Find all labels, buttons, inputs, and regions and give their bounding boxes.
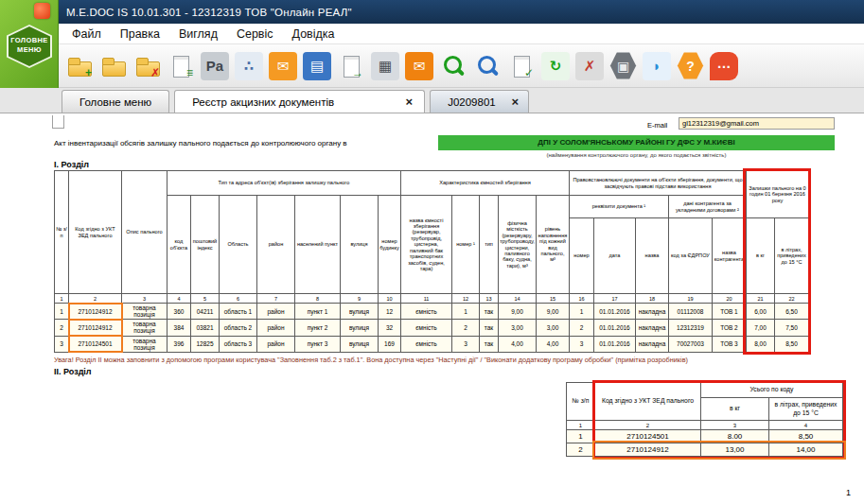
table1-cell[interactable]: 04211 <box>191 304 220 320</box>
table2-cell[interactable]: 2710124501 <box>595 430 701 443</box>
table1-cell[interactable]: 2710124912 <box>69 320 122 336</box>
table1-cell[interactable]: 1 <box>55 304 69 320</box>
table1-cell[interactable]: 7,00 <box>746 320 774 336</box>
zoom-icon[interactable] <box>473 52 502 80</box>
menu-item-file[interactable]: Файл <box>62 26 111 43</box>
table1-cell[interactable]: так <box>480 336 499 352</box>
table1-cell[interactable]: 3,00 <box>499 320 537 336</box>
tab-excise-registry[interactable]: Реєстр акцизних документів× <box>174 90 425 113</box>
table1-cell[interactable]: пункт 2 <box>295 320 341 336</box>
table1-cell[interactable]: 12825 <box>191 336 220 352</box>
table1-cell[interactable]: ТОВ 3 <box>712 336 746 352</box>
table1-cell[interactable]: 3 <box>452 336 480 352</box>
table1-cell[interactable]: 01.01.2016 <box>593 320 635 336</box>
table1-cell[interactable]: 8,50 <box>774 336 808 352</box>
table1-cell[interactable]: 6,00 <box>746 304 774 320</box>
table1-cell[interactable]: 3 <box>569 336 593 352</box>
table1-cell[interactable]: так <box>480 304 499 320</box>
close-tab-excise-registry-icon[interactable]: × <box>406 96 414 108</box>
table1-cell[interactable]: 03821 <box>191 320 220 336</box>
help-icon[interactable]: ? <box>677 52 704 80</box>
table1-cell[interactable]: 1 <box>452 304 480 320</box>
table1-cell[interactable]: район <box>257 304 295 320</box>
verify-document-icon[interactable]: ✓ <box>507 52 536 80</box>
table1-cell[interactable]: ТОВ 2 <box>712 320 746 336</box>
delete-report-icon[interactable]: ✗ <box>132 52 161 80</box>
receive-mail-icon[interactable]: ✉ <box>405 52 433 80</box>
table1-cell[interactable]: 396 <box>168 336 191 352</box>
table1-cell[interactable]: 9,00 <box>499 304 537 320</box>
table1-cell[interactable]: 7,50 <box>774 320 808 336</box>
table1-cell[interactable]: ємність <box>401 304 452 320</box>
structure-icon[interactable]: ∴ <box>235 52 263 80</box>
refresh-icon[interactable]: ↻ <box>541 52 570 80</box>
email-field[interactable]: gl12312319@gmail.com <box>679 117 835 130</box>
search-registry-icon[interactable] <box>439 52 467 80</box>
export-document-icon[interactable]: → <box>337 52 365 80</box>
table1-cell[interactable]: 01.01.2016 <box>593 304 635 320</box>
table1-cell[interactable]: 12312319 <box>668 320 712 336</box>
table2-cell[interactable]: 14,00 <box>769 443 843 457</box>
open-report-icon[interactable] <box>98 52 127 80</box>
menu-item-service[interactable]: Сервіс <box>227 26 283 43</box>
table1-cell[interactable]: область 2 <box>220 320 257 336</box>
table1-cell[interactable]: накладна <box>635 336 668 352</box>
tab-main-menu[interactable]: Головне меню <box>62 90 169 113</box>
table1-cell[interactable]: накладна <box>635 320 668 336</box>
table1-cell[interactable]: 8,00 <box>746 336 774 352</box>
table1-cell[interactable]: 3 <box>55 336 69 352</box>
table1-cell[interactable]: 2710124501 <box>69 336 122 352</box>
table1-cell[interactable]: область 1 <box>220 304 257 320</box>
table1-cell[interactable]: 3,00 <box>536 320 569 336</box>
table1-cell[interactable]: 9,00 <box>536 304 569 320</box>
tab-j0209801[interactable]: J0209801× <box>430 90 529 113</box>
table1-cell[interactable]: 12 <box>379 304 401 320</box>
table1-cell[interactable]: 32 <box>379 320 401 336</box>
table2-cell[interactable]: 8,50 <box>769 430 843 443</box>
table1-cell[interactable]: 2 <box>452 320 480 336</box>
table1-cell[interactable]: 2 <box>569 320 593 336</box>
table1-cell[interactable]: товарна позиція <box>122 336 168 352</box>
table1-cell[interactable]: 01112008 <box>668 304 712 320</box>
table2-cell[interactable]: 1 <box>567 430 595 443</box>
table1-cell[interactable]: 169 <box>379 336 401 352</box>
table1-cell[interactable]: 4,00 <box>499 336 537 352</box>
menu-item-help[interactable]: Довідка <box>283 26 344 43</box>
table1-cell[interactable]: ємність <box>401 320 452 336</box>
table1-cell[interactable]: район <box>257 320 295 336</box>
table1-cell[interactable]: ємність <box>401 336 452 352</box>
table1-cell[interactable]: 6,50 <box>774 304 808 320</box>
table1-cell[interactable]: 384 <box>168 320 191 336</box>
table1-cell[interactable]: накладна <box>635 304 668 320</box>
feedback-icon[interactable]: … <box>710 52 738 80</box>
controlling-authority-field[interactable]: ДПІ У СОЛОМ'ЯНСЬКОМУ РАЙОНІ ГУ ДФС У М.К… <box>438 135 835 150</box>
table1-cell[interactable]: пункт 3 <box>295 336 341 352</box>
table1-cell[interactable]: вулиця <box>341 304 379 320</box>
table1-cell[interactable]: 01.01.2016 <box>593 336 635 352</box>
menu-item-edit[interactable]: Правка <box>111 26 169 43</box>
print-icon[interactable]: ▦ <box>371 52 399 80</box>
table2-cell[interactable]: 13,00 <box>701 443 769 457</box>
table1-cell[interactable]: вулиця <box>341 336 379 352</box>
table1-cell[interactable]: 70027003 <box>668 336 712 352</box>
close-tab-j0209801-icon[interactable]: × <box>512 96 520 108</box>
table1-cell[interactable]: 360 <box>168 304 191 320</box>
table2-cell[interactable]: 8.00 <box>701 430 769 443</box>
copy-report-icon[interactable]: ≡ <box>167 52 195 80</box>
create-report-icon[interactable]: + <box>64 52 93 80</box>
table1-cell[interactable]: ТОВ 1 <box>712 304 746 320</box>
table1-cell[interactable]: вулиця <box>341 320 379 336</box>
update-icon[interactable]: ◗ <box>643 52 671 80</box>
table1-cell[interactable]: товарна позиція <box>122 304 168 320</box>
menu-item-view[interactable]: Вигляд <box>169 26 227 43</box>
table2-cell[interactable]: 2 <box>567 443 595 457</box>
table1-cell[interactable]: пункт 1 <box>295 304 341 320</box>
send-mail-icon[interactable]: ✉ <box>269 52 297 80</box>
table1-cell[interactable]: 4,00 <box>536 336 569 352</box>
payment-cube-icon[interactable]: Pa <box>201 52 229 80</box>
table1-cell[interactable]: 2 <box>55 320 69 336</box>
address-book-icon[interactable]: ▤ <box>303 52 331 80</box>
table1-cell[interactable]: товарна позиція <box>122 320 168 336</box>
table1-cell[interactable]: район <box>257 336 295 352</box>
modules-icon[interactable]: ▣ <box>609 52 637 80</box>
